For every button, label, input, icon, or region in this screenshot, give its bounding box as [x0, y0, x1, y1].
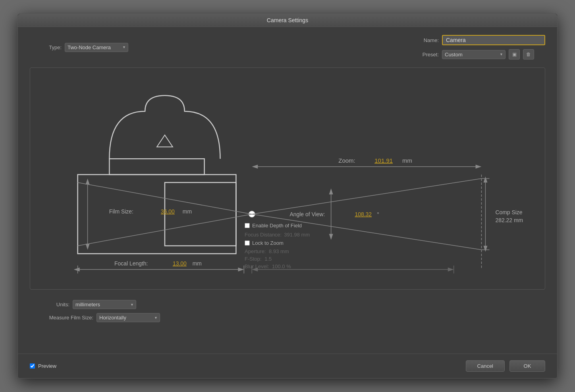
blur-level-label: Blur Level: [245, 263, 269, 269]
top-controls-row: Type: Two-Node Camera One-Node Camera Na… [30, 35, 545, 60]
svg-rect-1 [109, 159, 204, 175]
action-buttons: Cancel OK [466, 360, 545, 372]
focus-distance-label: Focus Distance: [245, 232, 282, 238]
svg-marker-6 [86, 179, 90, 184]
type-select-wrapper: Two-Node Camera One-Node Camera [65, 43, 128, 52]
ok-button[interactable]: OK [509, 360, 545, 372]
enable-dof-checkbox[interactable] [245, 223, 250, 228]
svg-rect-2 [165, 183, 236, 246]
title-bar: Camera Settings [18, 14, 557, 27]
svg-marker-36 [483, 246, 487, 252]
preview-section: Preview [30, 363, 56, 369]
save-preset-button[interactable]: ▣ [509, 49, 520, 60]
svg-text:Focal Length:: Focal Length: [114, 260, 148, 267]
right-fields: Name: Preset: Custom 35mm 50mm ▣ [407, 35, 545, 60]
svg-text:mm: mm [193, 260, 202, 267]
svg-marker-22 [238, 267, 244, 271]
focus-distance-row: Focus Distance: 391.98 mm [245, 232, 310, 238]
preview-checkbox[interactable] [30, 363, 35, 369]
name-field-row: Name: [407, 35, 545, 45]
svg-marker-45 [448, 267, 454, 271]
units-group: Units: millimeters pixels inches Measure… [38, 300, 160, 322]
dof-section: Enable Depth of Field Focus Distance: 39… [245, 223, 310, 269]
aperture-label: Aperture: [245, 248, 266, 254]
type-select[interactable]: Two-Node Camera One-Node Camera [65, 43, 128, 52]
measure-film-select-wrapper: Horizontally Vertically [96, 313, 160, 322]
dialog-footer: Preview Cancel OK [18, 354, 557, 378]
aperture-row: Aperture: 8.93 mm [245, 248, 310, 254]
fstop-value: 1.5 [264, 256, 272, 262]
fstop-label: F-Stop: [245, 256, 262, 262]
svg-text:°: ° [377, 211, 379, 217]
svg-text:Angle of View:: Angle of View: [289, 211, 325, 217]
lock-zoom-checkbox[interactable] [245, 240, 250, 246]
svg-text:101.91: 101.91 [374, 157, 393, 164]
svg-text:mm: mm [183, 208, 192, 215]
camera-diagram: Zoom: 101.91 mm Film Size: 36.00 mm Angl… [30, 67, 545, 290]
svg-marker-10 [476, 165, 482, 169]
measure-film-field-row: Measure Film Size: Horizontally Vertical… [38, 313, 160, 322]
svg-text:282.22 mm: 282.22 mm [495, 217, 523, 223]
units-label: Units: [38, 302, 69, 307]
blur-level-value: 100.0 % [272, 263, 291, 269]
cancel-button[interactable]: Cancel [466, 360, 505, 372]
svg-marker-42 [329, 234, 333, 240]
name-label: Name: [407, 37, 439, 43]
focus-distance-value: 391.98 mm [284, 232, 310, 238]
enable-dof-row: Enable Depth of Field [245, 223, 310, 229]
svg-rect-0 [78, 175, 236, 254]
svg-line-28 [252, 179, 481, 214]
trash-icon: 🗑 [526, 52, 531, 57]
svg-text:36.00: 36.00 [161, 208, 175, 215]
dof-values: Aperture: 8.93 mm F-Stop: 1.5 Blur Level… [245, 248, 310, 269]
svg-marker-41 [329, 188, 333, 194]
preset-select[interactable]: Custom 35mm 50mm [442, 50, 506, 59]
bottom-controls: Units: millimeters pixels inches Measure… [30, 296, 545, 326]
measure-film-select[interactable]: Horizontally Vertically [96, 313, 160, 322]
svg-text:Film Size:: Film Size: [109, 208, 133, 215]
units-field-row: Units: millimeters pixels inches [38, 300, 160, 309]
type-field-row: Type: Two-Node Camera One-Node Camera [30, 43, 128, 52]
svg-marker-35 [483, 177, 487, 183]
svg-text:13.00: 13.00 [173, 260, 187, 267]
name-input[interactable] [442, 35, 545, 45]
svg-marker-3 [157, 135, 173, 147]
blur-level-row: Blur Level: 100.0 % [245, 263, 310, 269]
lock-zoom-label: Lock to Zoom [252, 240, 284, 246]
svg-text:mm: mm [402, 157, 412, 164]
measure-film-label: Measure Film Size: [38, 315, 93, 321]
aperture-value: 8.93 mm [269, 248, 289, 254]
preset-label: Preset: [407, 52, 439, 58]
units-select-wrapper: millimeters pixels inches [73, 300, 136, 309]
camera-settings-dialog: Camera Settings Type: Two-Node Camera On… [17, 13, 558, 379]
delete-preset-button[interactable]: 🗑 [523, 49, 534, 60]
dialog-content: Type: Two-Node Camera One-Node Camera Na… [18, 27, 557, 354]
enable-dof-label: Enable Depth of Field [252, 223, 302, 229]
svg-marker-21 [74, 267, 80, 271]
svg-marker-7 [86, 244, 90, 250]
preset-field-row: Preset: Custom 35mm 50mm ▣ 🗑 [407, 49, 545, 60]
svg-text:Comp Size: Comp Size [495, 209, 522, 215]
svg-marker-9 [252, 165, 258, 169]
dialog-title: Camera Settings [267, 17, 308, 23]
svg-text:108.32: 108.32 [355, 211, 372, 217]
preview-label: Preview [38, 363, 56, 369]
fstop-row: F-Stop: 1.5 [245, 256, 310, 262]
type-label: Type: [30, 44, 62, 50]
units-select[interactable]: millimeters pixels inches [73, 300, 136, 309]
lock-zoom-row: Lock to Zoom [245, 240, 310, 246]
save-icon: ▣ [512, 52, 517, 57]
preset-select-wrapper: Custom 35mm 50mm [442, 50, 506, 59]
svg-text:Zoom:: Zoom: [338, 157, 355, 164]
